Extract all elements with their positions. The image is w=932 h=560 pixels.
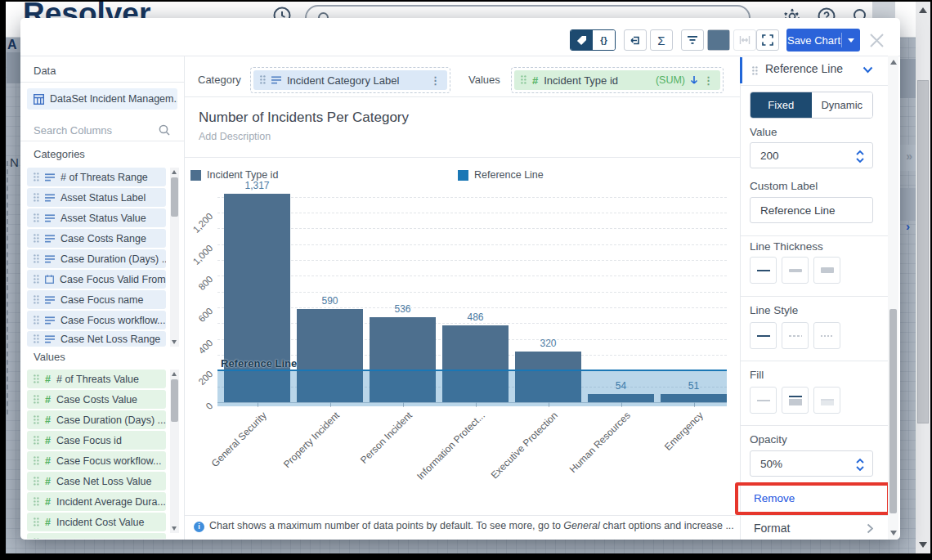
gridline — [217, 197, 727, 198]
opacity-input[interactable]: 50% — [750, 450, 873, 477]
filter-button[interactable] — [681, 29, 704, 51]
style-dashed-button[interactable] — [782, 322, 809, 349]
value-stepper[interactable] — [856, 150, 864, 164]
bar[interactable] — [588, 394, 654, 402]
value-column-label: # of Threats Value — [56, 374, 139, 385]
reference-type-toggle[interactable]: Fixed Dynamic — [750, 92, 873, 119]
fill-below-button[interactable] — [782, 387, 809, 414]
values-pill-kebab-icon[interactable]: ⋮ — [703, 74, 714, 87]
numeric-hash-icon: # — [45, 455, 51, 467]
value-column-item[interactable]: #Case Duration (Days) ... — [27, 410, 166, 429]
page-scrollbar-thumb[interactable] — [917, 80, 929, 423]
save-chart-button[interactable]: Save Chart — [786, 29, 860, 52]
tag-icon — [576, 35, 587, 46]
value-column-item[interactable]: #Case Costs Value — [27, 390, 166, 409]
tab-fixed[interactable]: Fixed — [751, 92, 812, 118]
note-text: Chart shows a maximum number of data poi… — [209, 520, 563, 531]
braces-mode-button[interactable]: {} — [593, 30, 615, 50]
horizontal-resize-icon — [739, 35, 751, 45]
expand-chevron-icon[interactable]: › — [906, 219, 910, 233]
numeric-hash-icon: # — [45, 374, 51, 385]
bg-dashed-edge — [7, 161, 8, 414]
bar[interactable] — [442, 325, 509, 402]
bg-partial-heading: A — [7, 38, 17, 52]
sort-descending-icon[interactable] — [690, 75, 698, 85]
thickness-medium-button[interactable] — [782, 257, 809, 284]
collapse-double-chevron-icon[interactable]: » — [906, 150, 912, 163]
value-column-item[interactable]: #Case Net Loss Value — [27, 472, 166, 491]
fullscreen-button[interactable] — [756, 29, 779, 51]
sum-aggregate-button[interactable]: Σ — [650, 29, 673, 51]
bar[interactable] — [224, 194, 290, 402]
numeric-hash-icon: # — [532, 74, 538, 87]
value-column-label: Case Net Loss Value — [56, 476, 152, 487]
value-column-item[interactable]: ## of Threats Value — [27, 370, 166, 388]
x-axis-tick — [403, 402, 404, 407]
panel-scrollbar[interactable] — [888, 56, 898, 540]
panel-accent-bar — [740, 57, 742, 83]
legend-reference-line[interactable]: Reference Line — [458, 169, 544, 181]
tab-dynamic[interactable]: Dynamic — [812, 92, 873, 118]
application-background: Resolver ••• A N » › {} Σ — [6, 2, 930, 553]
bar[interactable] — [515, 352, 581, 402]
value-column-label: Case Duration (Days) ... — [56, 414, 166, 426]
values-pill-label: Incident Type id — [544, 74, 656, 87]
save-dropdown-caret[interactable] — [842, 38, 860, 43]
gridline — [217, 260, 727, 261]
chart-title[interactable]: Number of Incidents Per Category — [199, 110, 409, 126]
panel-drag-handle-icon[interactable] — [752, 64, 758, 78]
value-column-item[interactable]: #Incident Average Dura... — [27, 492, 166, 511]
thickness-thin-button[interactable] — [750, 257, 777, 284]
reference-fill-band — [217, 370, 727, 406]
format-expand-chevron-icon[interactable] — [867, 523, 873, 534]
drill-through-button[interactable] — [624, 29, 647, 51]
category-dropzone[interactable]: Incident Category Label ⋮ — [250, 67, 450, 93]
bar[interactable] — [370, 317, 436, 402]
tag-mode-button[interactable] — [571, 30, 593, 50]
bar-value-label: 320 — [512, 338, 585, 349]
values-pill[interactable]: # Incident Type id (SUM) ⋮ — [514, 70, 720, 90]
legend-series[interactable]: Incident Type id — [190, 169, 278, 181]
category-pill[interactable]: Incident Category Label ⋮ — [253, 70, 447, 90]
drag-handle-icon[interactable] — [260, 74, 266, 87]
custom-label-input[interactable]: Reference Line — [750, 197, 873, 223]
scroll-down-arrow-icon[interactable] — [919, 542, 927, 548]
close-modal-icon[interactable] — [869, 33, 885, 48]
numeric-hash-icon: # — [45, 496, 51, 508]
values-scrollbar[interactable] — [170, 370, 179, 533]
panel-collapse-chevron-icon[interactable] — [863, 66, 873, 74]
category-pill-kebab-icon[interactable]: ⋮ — [430, 74, 441, 87]
format-section-label: Format — [754, 522, 790, 535]
chart-description-placeholder[interactable]: Add Description — [199, 131, 271, 142]
value-column-label: Case Focus workflow... — [56, 455, 162, 467]
bar[interactable] — [297, 309, 363, 402]
numeric-hash-icon: # — [45, 476, 51, 487]
style-dotted-button[interactable] — [813, 322, 840, 349]
note-text-suffix: chart options and increase ... — [600, 520, 734, 531]
thickness-thick-button[interactable] — [813, 257, 840, 284]
gridline — [217, 213, 727, 213]
custom-label-label: Custom Label — [750, 180, 818, 192]
fill-above-button[interactable] — [813, 387, 840, 414]
bar[interactable] — [661, 394, 727, 402]
value-column-item[interactable]: #Incident Count Value — [27, 533, 166, 539]
y-axis-tick-label: 400 — [182, 338, 216, 371]
label-mode-toggle[interactable]: {} — [570, 29, 616, 51]
drag-handle-icon[interactable] — [521, 74, 526, 87]
values-pill-aggregate: (SUM) — [656, 74, 685, 86]
gridline — [217, 370, 727, 371]
reference-line[interactable] — [217, 370, 727, 371]
value-input[interactable]: 200 — [750, 142, 873, 168]
values-dropzone[interactable]: # Incident Type id (SUM) ⋮ — [511, 67, 724, 93]
fill-none-button[interactable] — [750, 387, 777, 414]
chart-color-button[interactable] — [707, 29, 730, 51]
page-scrollbar[interactable] — [916, 2, 930, 553]
scroll-up-arrow-icon[interactable] — [919, 7, 927, 13]
numeric-hash-icon: # — [45, 517, 51, 528]
bar-value-label: 536 — [366, 303, 440, 315]
value-column-item[interactable]: #Case Focus id — [27, 431, 166, 450]
opacity-stepper[interactable] — [856, 458, 864, 472]
value-column-item[interactable]: #Case Focus workflow... — [27, 451, 166, 470]
value-column-item[interactable]: #Incident Cost Value — [27, 513, 166, 531]
style-solid-button[interactable] — [750, 322, 777, 349]
